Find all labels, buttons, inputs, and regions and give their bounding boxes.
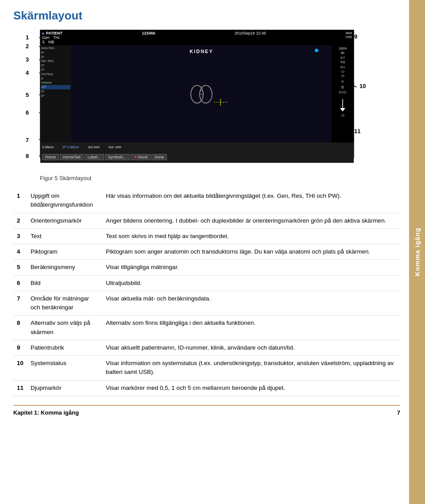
sr-tis: TIS — [340, 61, 345, 64]
ann-num-2: 2 — [26, 43, 29, 50]
ultrasound-screen: ■ PATIENT Gen THI S MB — [40, 30, 354, 158]
sr-dvd-icon: DVD — [339, 90, 347, 95]
table-row: 2 Orienteringsmarkör Anger bildens orien… — [13, 213, 400, 228]
btn-home[interactable]: Home — [42, 154, 59, 160]
sr-15: 15 — [341, 74, 344, 78]
row-num: 9 — [13, 340, 27, 355]
table-row: 6 Bild Ultraljudsbild. — [13, 275, 400, 291]
chapter-footer-left: Kapitel 1: Komma igång — [13, 409, 79, 416]
screen-sidebar-left: Area Red. A¹ A² Dia. Red. D¹ D² Vol Flow… — [40, 45, 71, 142]
sr-mi-val: 0.7 — [340, 56, 345, 60]
screenshot-container: 1 2 3 4 5 6 7 8 9 10 11 — [13, 30, 376, 171]
table-row: 9 Patientrubrik Visar aktuellt patientna… — [13, 340, 400, 355]
table-row: 4 Piktogram Piktogram som anger anatomin… — [13, 244, 400, 260]
row-desc: Visar markörer med 0,5, 1 och 5 cm mella… — [102, 380, 400, 396]
row-desc: Visar tillgängliga mätningar. — [102, 260, 400, 275]
ann-num-1: 1 — [26, 34, 29, 41]
row-desc: Visar information om systemstatus (t.ex.… — [102, 356, 400, 381]
table-row: 10 Systemstatus Visar information om sys… — [13, 356, 400, 381]
sr-mi: MI — [341, 51, 344, 55]
row-desc: Text som skrivs in med hjälp av tangentb… — [102, 228, 400, 244]
btn-symbols[interactable]: Symbols... — [105, 154, 130, 160]
table-row: 7 Område för mätningar och beräkningar V… — [13, 291, 400, 315]
depth-arrow-svg — [338, 99, 347, 112]
sidebar-item-volume: Volume — [41, 81, 70, 85]
row-desc: Här visas information om det aktuella bi… — [102, 189, 400, 213]
ann-num-11: 11 — [354, 128, 360, 135]
meas-d1: D¹ 2.89cm — [62, 145, 79, 149]
ann-num-4: 4 — [26, 69, 29, 76]
row-label: Djupmarkör — [27, 380, 102, 396]
row-label: Beräkningsmeny — [27, 260, 102, 275]
info-table: 1 Uppgift om bildåtergivningsfunktion Hä… — [13, 189, 400, 396]
row-num: 10 — [13, 356, 27, 381]
ann-num-3: 3 — [26, 56, 29, 63]
chapter-footer-right: 7 — [397, 409, 400, 416]
btn-done[interactable]: Done — [151, 154, 167, 160]
row-num: 1 — [13, 189, 27, 213]
screen-header: ■ PATIENT Gen THI S MB — [40, 30, 354, 45]
kidney-label: KIDNEY — [189, 49, 213, 54]
x-mark: ✕ — [134, 155, 137, 159]
row-desc: Visar aktuella mät- och beräkningsdata. — [102, 291, 400, 315]
btn-label[interactable]: Label... — [85, 154, 104, 160]
sr-tis-val: 0.1 — [340, 65, 345, 69]
gen-label: Gen — [42, 35, 50, 40]
row-desc: Piktogram som anger anatomin och transdu… — [102, 244, 400, 260]
thi-label: THI — [53, 35, 60, 40]
vol-right: Vol: ### — [108, 145, 121, 149]
main-content: Skärmlayout — [0, 0, 409, 504]
table-row: 5 Beräkningsmeny Visar tillgängliga mätn… — [13, 260, 400, 275]
btn-home-set[interactable]: Home/Set — [60, 154, 84, 160]
row-label: Patientrubrik — [27, 340, 102, 355]
chapter-footer: Kapitel 1: Komma igång 7 — [13, 405, 400, 416]
patient-id: 123456 — [142, 31, 155, 44]
sidebar-item-a1: A¹ — [41, 50, 70, 55]
screen-header-left: ■ PATIENT Gen THI S MB — [42, 31, 62, 44]
side-tab: Komma igång — [409, 0, 425, 504]
ann-num-5: 5 — [26, 92, 29, 98]
sr-13: 13 — [341, 114, 344, 117]
sr-arrows: ◁▷ — [340, 70, 345, 73]
row-num: 4 — [13, 244, 27, 260]
orientation-dot — [315, 49, 318, 52]
kidney-icon — [188, 82, 215, 106]
date-time: 2010Sep18 22:45 — [235, 31, 266, 44]
figur-caption: Figur 5 Skärmlayout — [40, 175, 400, 181]
row-num: 6 — [13, 275, 27, 291]
row-desc: Alternativ som finns tillgängliga i den … — [102, 315, 400, 340]
table-row: 1 Uppgift om bildåtergivningsfunktion Hä… — [13, 189, 400, 213]
row-desc: Visar aktuellt patientnamn, ID-nummer, k… — [102, 340, 400, 355]
sidebar-item-d1: D¹ — [41, 63, 70, 68]
crosshair — [214, 99, 228, 107]
row-num: 7 — [13, 291, 27, 315]
screen-body: Area Red. A¹ A² Dia. Red. D¹ D² Vol Flow… — [40, 45, 354, 142]
row-num: 11 — [13, 380, 27, 396]
s-label: S — [42, 40, 45, 44]
vol-left: Vol ### — [88, 145, 100, 149]
btn-word[interactable]: ✕ Word — [131, 154, 151, 160]
sidebar-item-d2: D² — [41, 68, 70, 72]
row-num: 3 — [13, 228, 27, 244]
patient-label: PATIENT — [46, 31, 62, 35]
row-label: Uppgift om bildåtergivningsfunktion — [27, 189, 102, 213]
row-label: Orienteringsmarkör — [27, 213, 102, 228]
mb-label: MB — [48, 40, 54, 44]
table-row: 11 Djupmarkör Visar markörer med 0,5, 1 … — [13, 380, 400, 396]
table-row: 3 Text Text som skrivs in med hjälp av t… — [13, 228, 400, 244]
row-label: Alternativ som väljs på skärmen — [27, 315, 102, 340]
ann-num-9: 9 — [354, 33, 357, 40]
screen-sidebar-right: 100% MI 0.7 TIS 0.1 ◁▷ 15 A B DVD — [332, 45, 354, 142]
ann-num-7: 7 — [26, 137, 29, 143]
sidebar-item-d3: D³ — [41, 94, 70, 98]
table-row: 8 Alternativ som väljs på skärmen Altern… — [13, 315, 400, 340]
row-label: Systemstatus — [27, 356, 102, 381]
row-label: Piktogram — [27, 244, 102, 260]
row-num: 2 — [13, 213, 27, 228]
ann-num-8: 8 — [26, 153, 29, 159]
row-num: 5 — [13, 260, 27, 275]
sidebar-item-d2b: D² — [41, 89, 70, 94]
ann-num-6: 6 — [26, 109, 29, 116]
crosshair-svg — [214, 99, 228, 106]
sidebar-item-d: D — [41, 77, 70, 81]
